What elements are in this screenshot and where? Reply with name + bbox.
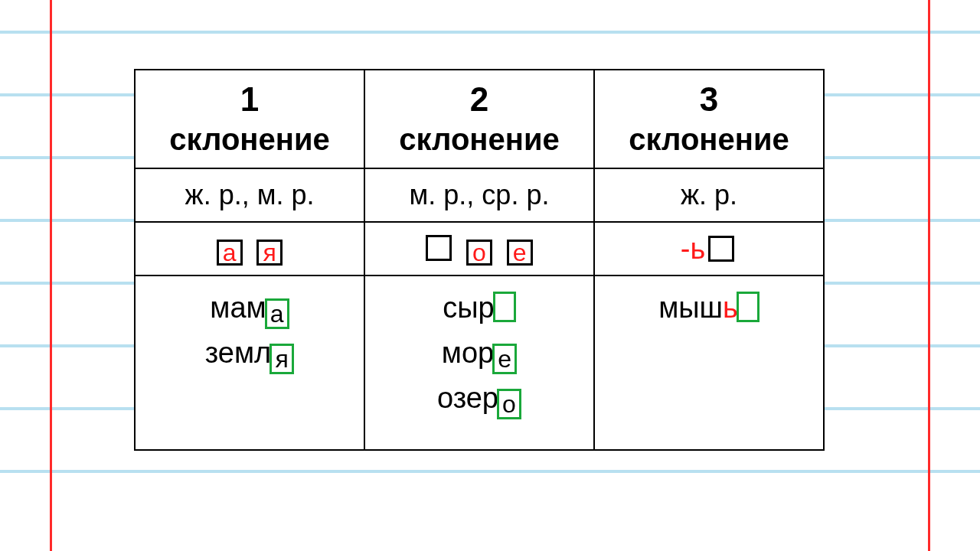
header-col-1: 1 склонение bbox=[135, 70, 364, 168]
example-word: море bbox=[442, 331, 517, 376]
ending-box-a: а bbox=[217, 240, 243, 266]
word-stem: мам bbox=[210, 292, 266, 324]
example-word: озеро bbox=[437, 376, 521, 421]
gender-row: ж. р., м. р. м. р., ср. р. ж. р. bbox=[135, 168, 824, 222]
word-ending-box: е bbox=[492, 344, 517, 374]
word-ending-box: я bbox=[270, 344, 294, 374]
header-num-3: 3 bbox=[604, 78, 814, 120]
examples-col-2: сыр море озеро bbox=[364, 276, 594, 450]
example-word: мама bbox=[210, 285, 289, 331]
word-ending-box-zero bbox=[737, 292, 760, 322]
word-stem: мор bbox=[442, 337, 494, 369]
declension-table: 1 склонение 2 склонение 3 склонение ж. р… bbox=[134, 69, 825, 451]
examples-row: мама земля сыр море озеро мышь bbox=[135, 276, 824, 450]
word-stem: земл bbox=[205, 337, 271, 369]
ending-soft-sign: -ь bbox=[681, 233, 705, 265]
endings-col-1: а я bbox=[135, 222, 364, 276]
red-margin-right bbox=[928, 0, 930, 551]
example-word: мышь bbox=[658, 285, 760, 331]
word-ending-box: а bbox=[265, 298, 289, 329]
gender-col-1: ж. р., м. р. bbox=[135, 168, 364, 222]
word-stem: сыр bbox=[443, 292, 494, 324]
word-ending-box-zero bbox=[493, 292, 516, 322]
ending-box-zero-3 bbox=[708, 236, 734, 262]
header-row: 1 склонение 2 склонение 3 склонение bbox=[135, 70, 824, 168]
red-margin-left bbox=[50, 0, 52, 551]
endings-row: а я о е -ь bbox=[135, 222, 824, 276]
example-word: земля bbox=[205, 331, 294, 376]
word-stem: озер bbox=[437, 382, 498, 414]
header-col-2: 2 склонение bbox=[364, 70, 594, 168]
example-word: сыр bbox=[443, 285, 515, 331]
ending-box-ya: я bbox=[256, 240, 283, 266]
header-label-1: склонение bbox=[169, 122, 329, 156]
header-label-2: склонение bbox=[399, 122, 559, 156]
endings-col-3: -ь bbox=[594, 222, 824, 276]
header-label-3: склонение bbox=[629, 122, 789, 156]
gender-col-3: ж. р. bbox=[594, 168, 824, 222]
header-num-2: 2 bbox=[374, 78, 584, 120]
examples-col-1: мама земля bbox=[135, 276, 364, 450]
gender-col-2: м. р., ср. р. bbox=[364, 168, 594, 222]
word-ending-box: о bbox=[497, 389, 521, 419]
ending-box-zero bbox=[426, 235, 452, 261]
word-stem: мыш bbox=[658, 292, 723, 324]
examples-col-3: мышь bbox=[594, 276, 824, 450]
header-num-1: 1 bbox=[145, 78, 354, 120]
endings-col-2: о е bbox=[364, 222, 594, 276]
ending-box-e: е bbox=[507, 240, 533, 266]
header-col-3: 3 склонение bbox=[594, 70, 824, 168]
ending-box-o: о bbox=[466, 240, 492, 266]
